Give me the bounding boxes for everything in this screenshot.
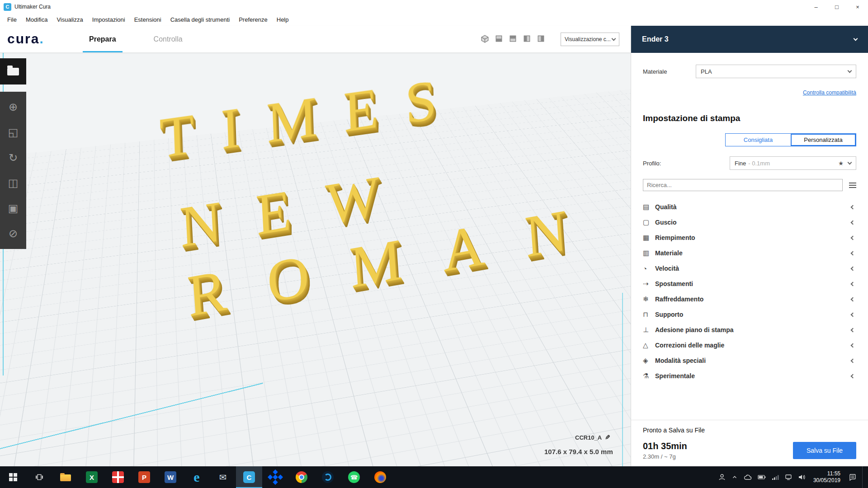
settings-menu-icon[interactable] <box>849 185 856 186</box>
titlebar: C Ultimaker Cura – □ × <box>0 0 868 14</box>
action-center-icon[interactable] <box>849 474 856 481</box>
tool-button[interactable]: ◱ <box>0 120 26 145</box>
taskbar-app-button[interactable]: P <box>131 466 157 488</box>
category-label: Sperimentale <box>655 372 695 380</box>
start-button[interactable] <box>0 466 26 488</box>
settings-category[interactable]: ▢ Guscio <box>643 215 856 230</box>
settings-category[interactable]: ⊓ Supporto <box>643 307 856 322</box>
setup-mode-button[interactable]: Consigliata <box>726 134 791 146</box>
taskbar-app-button[interactable]: C <box>236 466 262 488</box>
category-icon: ⊓ <box>643 310 655 319</box>
view-mode-dropdown[interactable]: Visualizzazione c... <box>561 33 619 46</box>
view-top-icon[interactable] <box>509 34 517 43</box>
task-view-button[interactable] <box>26 466 52 488</box>
stage-tabs: Prepara Controlla <box>83 26 189 52</box>
category-icon: ▢ <box>643 218 655 226</box>
app-icon: W <box>165 471 176 483</box>
taskbar-app-button[interactable]: e <box>184 466 210 488</box>
setup-mode-button[interactable]: Personalizzata <box>791 134 856 146</box>
volume-icon[interactable] <box>798 474 805 480</box>
category-icon: ◔ <box>643 265 655 272</box>
tool-icon: ⊕ <box>9 101 18 113</box>
menu-item[interactable]: Help <box>272 14 293 26</box>
object-name-row[interactable]: CCR10_A ✎ <box>575 434 610 441</box>
category-label: Supporto <box>655 311 683 318</box>
settings-category[interactable]: ⚗ Sperimentale <box>643 368 856 384</box>
menu-item[interactable]: File <box>3 14 21 26</box>
model-dimensions: 107.6 x 79.4 x 5.0 mm <box>544 448 613 455</box>
tool-button[interactable]: ↻ <box>0 145 26 170</box>
taskbar-app-button[interactable] <box>52 466 79 488</box>
save-to-file-button[interactable]: Salva su File <box>793 442 856 459</box>
compatibility-link[interactable]: Controlla compatibilità <box>803 89 856 96</box>
taskbar-app-button[interactable] <box>367 466 393 488</box>
network-icon[interactable] <box>785 474 792 480</box>
pinned-apps: X P W e ✉ C <box>52 466 393 488</box>
app-icon <box>60 471 71 483</box>
tool-button[interactable]: ⊕ <box>0 94 26 120</box>
close-button[interactable]: × <box>847 0 868 14</box>
category-label: Guscio <box>655 219 676 226</box>
tool-button[interactable]: ⊘ <box>0 221 26 246</box>
settings-category[interactable]: △ Correzioni delle maglie <box>643 338 856 353</box>
tool-button[interactable]: ▣ <box>0 196 26 221</box>
stage-tab[interactable]: Controlla <box>147 26 189 52</box>
taskbar-app-button[interactable]: ☎ <box>341 466 367 488</box>
view-left-icon[interactable] <box>523 34 531 43</box>
tool-button[interactable]: ◫ <box>0 170 26 196</box>
settings-category[interactable]: ▥ Materiale <box>643 245 856 261</box>
stage-tab[interactable]: Prepara <box>83 26 123 52</box>
taskbar-app-button[interactable] <box>288 466 315 488</box>
category-label: Adesione piano di stampa <box>655 326 733 333</box>
settings-category[interactable]: ◔ Velocità <box>643 261 856 276</box>
taskbar-app-button[interactable]: ✉ <box>210 466 236 488</box>
chevron-collapse-icon <box>851 297 855 301</box>
menu-item[interactable]: Visualizza <box>52 14 87 26</box>
settings-category[interactable]: ▦ Riempimento <box>643 230 856 245</box>
category-label: Velocità <box>655 265 679 272</box>
rename-pencil-icon[interactable]: ✎ <box>605 434 610 441</box>
view-front-icon[interactable] <box>495 34 503 43</box>
taskbar-app-button[interactable]: W <box>157 466 184 488</box>
cellular-signal-icon[interactable] <box>772 474 779 480</box>
windows-logo-icon <box>9 473 17 481</box>
menu-item[interactable]: Estensioni <box>130 14 166 26</box>
settings-category[interactable]: ◈ Modalità speciali <box>643 353 856 368</box>
taskbar-app-button[interactable]: X <box>79 466 105 488</box>
app-icon <box>112 471 124 483</box>
hidden-icons-chevron-icon[interactable] <box>731 474 738 480</box>
settings-category[interactable]: ▤ Qualità <box>643 199 856 215</box>
settings-category[interactable]: ⊥ Adesione piano di stampa <box>643 322 856 338</box>
minimize-button[interactable]: – <box>806 0 826 14</box>
material-dropdown[interactable]: PLA <box>696 65 856 78</box>
task-view-icon <box>35 473 43 481</box>
taskbar-app-button[interactable] <box>262 466 288 488</box>
cura-logo: cura. <box>7 31 44 47</box>
chevron-down-icon <box>854 37 858 41</box>
app-icon <box>374 471 386 483</box>
menu-item[interactable]: Preferenze <box>234 14 272 26</box>
settings-search-input[interactable] <box>643 179 843 191</box>
open-file-button[interactable] <box>0 58 26 84</box>
view-3d-icon[interactable] <box>481 34 489 43</box>
onedrive-cloud-icon[interactable] <box>744 474 752 480</box>
menu-item[interactable]: Impostazioni <box>88 14 130 26</box>
settings-category[interactable]: ⇢ Spostamenti <box>643 276 856 291</box>
menu-item[interactable]: Casella degli strumenti <box>166 14 235 26</box>
maximize-button[interactable]: □ <box>826 0 847 14</box>
people-icon[interactable] <box>718 474 726 481</box>
view-right-icon[interactable] <box>537 34 545 43</box>
menu-item[interactable]: Modifica <box>21 14 52 26</box>
3d-viewport[interactable]: TIMES NEW ROMAN ⊕ ◱ ↻ <box>0 53 631 466</box>
category-label: Riempimento <box>655 234 695 241</box>
taskbar-app-button[interactable] <box>105 466 131 488</box>
printer-selector[interactable]: Ender 3 <box>631 26 868 53</box>
battery-icon[interactable] <box>758 474 766 480</box>
taskbar-app-button[interactable] <box>315 466 341 488</box>
tray-time: 11:55 <box>827 470 840 477</box>
settings-category[interactable]: ❄ Raffreddamento <box>643 291 856 307</box>
profile-dropdown[interactable]: Fine - 0.1mm ★ <box>730 156 856 170</box>
show-desktop-button[interactable] <box>862 466 864 488</box>
printer-name: Ender 3 <box>642 35 669 43</box>
clock[interactable]: 11:55 30/05/2019 <box>813 470 840 484</box>
